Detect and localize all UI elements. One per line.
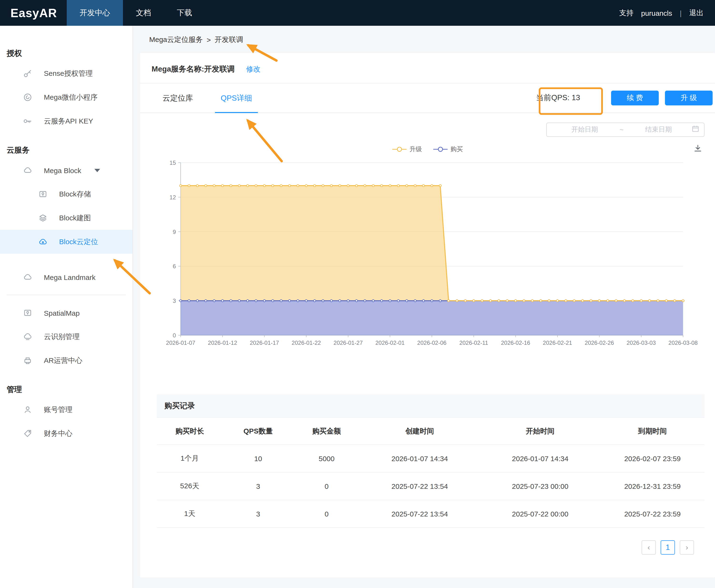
sidebar-item-account-management[interactable]: 账号管理 xyxy=(0,398,132,422)
sidebar-item-label: Block云定位 xyxy=(59,237,98,246)
download-icon[interactable] xyxy=(693,144,703,154)
legend-item-升级[interactable]: 升级 xyxy=(392,145,422,153)
sidebar-item-finance-center[interactable]: 财务中心 xyxy=(0,422,132,445)
end-date-input[interactable]: 结束日期 xyxy=(625,125,692,134)
sidebar-item-block-storage[interactable]: Block存储 xyxy=(0,182,132,206)
table-cell: 2026-01-07 14:34 xyxy=(480,445,601,472)
chevron-down-icon xyxy=(94,169,100,172)
svg-text:2026-02-01: 2026-02-01 xyxy=(375,339,405,346)
key-icon xyxy=(22,68,34,79)
svg-text:2026-01-17: 2026-01-17 xyxy=(250,339,279,346)
start-date-input[interactable]: 开始日期 xyxy=(551,125,618,134)
table-cell: 2026-12-31 23:59 xyxy=(600,472,705,500)
table-cell: 1个月 xyxy=(157,445,223,472)
easyar-logo[interactable]: EasyAR xyxy=(0,6,67,20)
sidebar-item-cloud-recognition[interactable]: 云识别管理 xyxy=(0,325,132,349)
top-navbar: EasyAR 开发中心 文档 下载 支持 puruancls | 退出 xyxy=(0,0,715,26)
legend-label: 升级 xyxy=(409,145,422,153)
sidebar-item-sense-auth[interactable]: Sense授权管理 xyxy=(0,62,132,85)
spatialmap-icon xyxy=(22,307,34,319)
svg-text:0: 0 xyxy=(173,332,176,339)
table-cell: 5000 xyxy=(294,445,360,472)
svg-text:2026-03-08: 2026-03-08 xyxy=(669,339,698,346)
breadcrumb-separator: > xyxy=(207,36,211,44)
sidebar-item-block-mapping[interactable]: Block建图 xyxy=(0,206,132,230)
sidebar-section-manage: 管理 xyxy=(0,385,132,398)
sidebar-item-spatialmap[interactable]: SpatialMap xyxy=(0,301,132,325)
pagination-page-1-button[interactable]: 1 xyxy=(660,540,675,554)
legend-item-购买[interactable]: 购买 xyxy=(433,145,463,153)
svg-text:15: 15 xyxy=(170,160,176,166)
legend-label: 购买 xyxy=(451,145,463,153)
sidebar-item-label: Sense授权管理 xyxy=(44,69,93,78)
table-cell: 2025-07-22 13:54 xyxy=(360,500,480,528)
service-card: Mega服务名称:开发联调 修改 云定位库 QPS详细 当前QPS: 13 续 … xyxy=(140,53,715,578)
breadcrumb-root[interactable]: Mega云定位服务 xyxy=(149,35,203,44)
table-cell: 2025-07-22 23:59 xyxy=(600,500,705,528)
purchase-table-body: 1个月1050002026-01-07 14:342026-01-07 14:3… xyxy=(157,445,705,528)
sidebar-item-mega-block[interactable]: Mega Block xyxy=(0,158,132,182)
cloud-icon xyxy=(22,331,34,342)
sidebar-item-label: Mega Landmark xyxy=(44,273,95,281)
breadcrumb: Mega云定位服务 > 开发联调 xyxy=(149,33,715,47)
sidebar-item-mega-miniprogram[interactable]: Mega微信小程序 xyxy=(0,85,132,109)
logout-link[interactable]: 退出 xyxy=(689,8,703,17)
miniprogram-icon xyxy=(22,91,34,103)
sidebar-item-label: 账号管理 xyxy=(44,405,72,414)
svg-text:2026-02-06: 2026-02-06 xyxy=(417,339,447,346)
svg-text:2026-02-16: 2026-02-16 xyxy=(501,339,530,346)
sidebar-section-auth: 授权 xyxy=(0,49,132,62)
qps-area-chart: 036912152026-01-072026-01-122026-01-1720… xyxy=(157,158,704,349)
table-column-header: 到期时间 xyxy=(600,418,705,445)
table-cell: 526天 xyxy=(157,472,223,500)
sidebar-section-cloud: 云服务 xyxy=(0,145,132,158)
tab-cloud-location-library[interactable]: 云定位库 xyxy=(157,83,199,113)
date-range-separator: ~ xyxy=(618,126,625,133)
sidebar-item-mega-landmark[interactable]: Mega Landmark xyxy=(0,265,132,289)
username[interactable]: puruancls xyxy=(641,9,672,17)
sidebar-item-ar-operation-center[interactable]: AR运营中心 xyxy=(0,349,132,373)
sidebar-item-label: SpatialMap xyxy=(44,309,80,317)
sidebar-item-block-cloud-location[interactable]: Block云定位 xyxy=(0,230,132,254)
chart-legend: 升级购买 xyxy=(387,145,469,154)
purchase-records-table: 购买时长QPS数量购买金额创建时间开始时间到期时间 1个月1050002026-… xyxy=(157,418,705,528)
printer-icon xyxy=(22,355,34,366)
svg-text:2026-03-03: 2026-03-03 xyxy=(627,339,656,346)
tag-icon xyxy=(22,428,34,439)
upgrade-button[interactable]: 升 级 xyxy=(665,91,713,105)
nav-item-docs[interactable]: 文档 xyxy=(123,0,164,26)
chart-legend-row: 升级购买 xyxy=(140,144,715,155)
table-column-header: 购买金额 xyxy=(294,418,360,445)
tabs-right-controls: 当前QPS: 13 续 费 升 级 xyxy=(530,90,715,106)
svg-text:12: 12 xyxy=(170,194,176,201)
layers-icon xyxy=(37,212,49,224)
card-header: Mega服务名称:开发联调 修改 xyxy=(140,53,715,83)
pagination-next-button[interactable]: › xyxy=(680,540,694,554)
sidebar-divider xyxy=(7,295,126,295)
nav-item-download[interactable]: 下载 xyxy=(164,0,205,26)
sidebar-item-api-key[interactable]: 云服务API KEY xyxy=(0,109,132,133)
nav-menu: 开发中心 文档 下载 xyxy=(67,0,205,26)
pagination-prev-button[interactable]: ‹ xyxy=(642,540,656,554)
table-cell: 2025-07-23 00:00 xyxy=(480,472,601,500)
nav-item-dev-center[interactable]: 开发中心 xyxy=(67,0,123,26)
current-qps-value: 当前QPS: 13 xyxy=(530,90,586,106)
table-cell: 2025-07-22 00:00 xyxy=(480,500,601,528)
edit-service-name-link[interactable]: 修改 xyxy=(246,65,260,74)
table-cell: 0 xyxy=(294,472,360,500)
table-cell: 3 xyxy=(223,500,294,528)
table-row: 1个月1050002026-01-07 14:342026-01-07 14:3… xyxy=(157,445,705,472)
sidebar: 授权 Sense授权管理 Mega微信小程序 云服务API KEY 云服务 Me xyxy=(0,26,133,588)
svg-text:2026-02-26: 2026-02-26 xyxy=(585,339,614,346)
sidebar-item-label: Mega微信小程序 xyxy=(44,93,98,102)
svg-text:2026-01-07: 2026-01-07 xyxy=(166,339,195,346)
tab-qps-detail[interactable]: QPS详细 xyxy=(215,83,258,113)
tabs-row: 云定位库 QPS详细 当前QPS: 13 续 费 升 级 xyxy=(140,83,715,113)
table-row: 526天302025-07-22 13:542025-07-23 00:0020… xyxy=(157,472,705,500)
date-range-picker[interactable]: 开始日期 ~ 结束日期 xyxy=(546,123,705,137)
service-name-label: Mega服务名称:开发联调 xyxy=(152,64,235,75)
table-column-header: 购买时长 xyxy=(157,418,223,445)
cloud-icon xyxy=(22,271,34,283)
renew-button[interactable]: 续 费 xyxy=(611,91,659,105)
support-link[interactable]: 支持 xyxy=(619,8,633,17)
